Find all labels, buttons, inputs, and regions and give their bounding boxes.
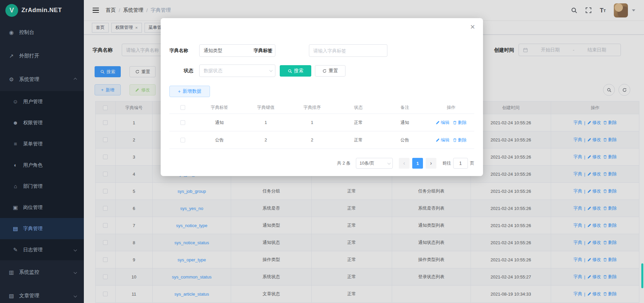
refresh-icon [322,69,327,73]
col-header-status: 状态 [335,104,382,111]
status-select[interactable]: 数据状态 [199,64,275,77]
modal-search-button[interactable]: 搜索 [280,65,311,77]
goto-label: 前往 [442,160,451,166]
remark-cell: 公告 [382,137,428,143]
dict-data-modal: × 字典名称 通知类型 字典标签 状态 数据状态 搜索 重置 + 新增数据 字典… [161,18,483,176]
prev-icon: ‹ [403,160,405,166]
chevron-down-icon [269,69,273,72]
edit-link[interactable]: 编辑 [436,120,449,126]
goto-page-input[interactable] [453,158,468,169]
label-cell: 公告 [196,137,243,143]
search-icon [288,69,292,73]
page-size-select[interactable]: 10条/页 [356,158,393,169]
status-cell: 正常 [335,120,382,126]
dict-label-input[interactable] [309,44,387,57]
table-row: 公告 2 2 正常 公告 编辑 删除 [169,131,474,149]
label-cell: 通知 [196,120,243,126]
edit-icon [436,121,440,125]
ops-cell: 编辑 删除 [428,120,474,126]
col-header-label: 字典标签 [196,104,243,111]
scrollbar-thumb[interactable] [641,263,643,288]
remark-cell: 通知 [382,120,428,126]
page-unit: 页 [470,160,474,166]
pagination-total: 共 2 条 [337,160,351,166]
modal-status-label: 状态 [184,64,193,77]
status-cell: 正常 [335,137,382,143]
delete-link[interactable]: 删除 [453,137,467,143]
add-data-button[interactable]: + 新增数据 [169,86,210,97]
modal-dict-name-label: 字典名称 [169,44,188,57]
pagination: 共 2 条 10条/页 ‹ 1 › 前往 页 [337,158,474,169]
dict-type-select-value: 通知类型 [204,48,222,54]
prev-page-button[interactable]: ‹ [399,158,410,169]
dict-data-table: 字典标签 字典键值 字典排序 状态 备注 操作 通知 1 1 正常 通知 [169,101,474,149]
col-header-value: 字典键值 [243,104,289,111]
edit-link[interactable]: 编辑 [436,137,449,143]
page-size-value: 10条/页 [360,160,374,166]
edit-icon [436,138,440,142]
delete-icon [453,138,457,142]
chevron-down-icon [387,161,391,165]
sort-cell: 1 [289,120,335,125]
delete-link[interactable]: 删除 [453,120,467,126]
row-checkbox[interactable] [180,120,185,125]
page-number-button[interactable]: 1 [412,158,423,169]
next-page-button[interactable]: › [426,158,436,169]
modal-dict-label-label: 字典标签 [254,44,272,57]
close-icon[interactable]: × [470,23,475,31]
table-header-row: 字典标签 字典键值 字典排序 状态 备注 操作 [169,101,474,114]
delete-icon [453,121,457,125]
select-all-checkbox[interactable] [180,105,185,110]
plus-icon: + [178,89,180,94]
col-header-remark: 备注 [382,104,428,111]
col-header-ops: 操作 [428,104,474,111]
value-cell: 1 [243,120,289,125]
table-body: 通知 1 1 正常 通知 编辑 删除 [169,114,474,149]
col-header-sort: 字典排序 [289,104,335,111]
status-select-placeholder: 数据状态 [204,68,222,74]
ops-cell: 编辑 删除 [428,137,474,143]
sort-cell: 2 [289,137,335,142]
value-cell: 2 [243,137,289,142]
table-row: 通知 1 1 正常 通知 编辑 删除 [169,114,474,131]
row-checkbox[interactable] [180,138,185,142]
modal-reset-button[interactable]: 重置 [315,65,345,77]
next-icon: › [430,160,432,166]
